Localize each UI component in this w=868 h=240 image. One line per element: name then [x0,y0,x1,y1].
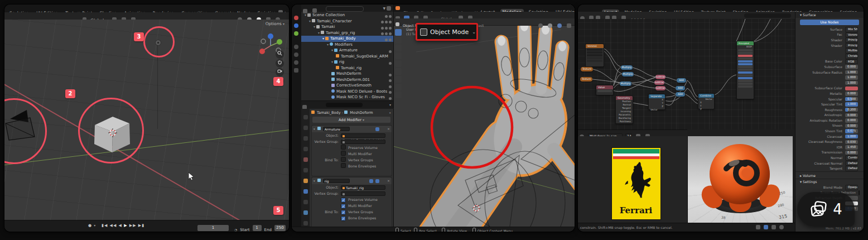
node-math-multiply[interactable]: Multiply [622,72,634,76]
anisotropic-rotation-field[interactable]: 0.000 [845,118,858,123]
transform-tool[interactable] [395,68,402,75]
node-texture-pill[interactable]: Texture [580,77,592,81]
move-tool[interactable] [395,45,402,51]
node-math-multiply[interactable]: Multiply [620,81,631,86]
preserve-volume-checkbox[interactable]: ✓ [341,198,346,203]
tree-row[interactable]: ▾Armature [301,47,393,54]
play-button[interactable]: ▶ [124,223,127,228]
jump-end-button[interactable]: ▶▮ [138,223,144,228]
subsurface-radius-z[interactable]: 1.000 [845,81,858,85]
shading-material-icon[interactable] [557,23,562,28]
tab-object-icon[interactable] [303,179,308,183]
render-toggle-icon[interactable] [382,127,385,131]
sheen-field[interactable]: 0.000 [845,124,858,128]
edit-mode-toggle-icon[interactable] [369,127,373,131]
current-frame-field[interactable]: 1 [197,225,229,231]
surface-section-header[interactable]: ▾ Surface [795,12,864,18]
node-principled-bsdf[interactable]: Principled BSDF BSDF [736,41,754,99]
render-toggle-icon[interactable] [382,179,385,183]
clearcoat-roughness-field[interactable]: 0.030 [845,140,858,145]
settings-section-header[interactable]: ▾ Settings [795,179,864,185]
outliner-search-input[interactable] [326,6,364,12]
base-color-dropdown[interactable]: RGB [845,59,858,65]
node-math-add[interactable]: Add [676,92,685,97]
distribution-dropdown[interactable]: Multiscatter GGX [845,48,858,54]
tab-particles-icon[interactable] [303,200,308,204]
outliner-options-icon[interactable] [387,6,391,11]
properties-search-input[interactable] [326,103,363,107]
tab-world-icon[interactable] [303,168,308,172]
tree-row[interactable]: Tamaki_SugoDekai_ARM [301,54,393,60]
blend-mode-dropdown[interactable]: Opaque [845,185,858,190]
zoom-tool-icon[interactable] [294,45,298,49]
tab-physics-icon[interactable] [303,210,308,215]
screenshot-count-overlay[interactable]: 4 [797,192,855,227]
node-geometry[interactable]: Geometry Position Normal Tangent Incomin… [615,95,633,124]
node-search-input[interactable] [744,13,791,18]
edit-mode-toggle-icon[interactable] [369,179,373,183]
roughness-field[interactable]: 0.200 [845,108,858,112]
options-dropdown[interactable]: Options ▾ [266,21,284,26]
tangent-dropdown[interactable]: Default [845,166,858,171]
tab-output-icon[interactable] [303,136,308,141]
ortho-toggle-icon[interactable] [294,68,298,73]
scale-tool[interactable] [395,60,402,67]
multi-modifier-checkbox[interactable]: ✓ [341,204,346,209]
hand-model-viewport[interactable] [394,18,575,227]
jump-start-button[interactable]: ▮◀ [102,223,108,228]
tab-scene-icon[interactable] [303,157,308,162]
start-frame-field[interactable]: 1 [253,225,262,231]
normal-dropdown[interactable]: Combine XYZ [845,155,858,161]
node-value[interactable]: Value [596,85,614,95]
cursor-tool[interactable] [395,37,402,44]
node-combine-xyz[interactable]: Combine XYZ Vector X Y Z [698,93,715,109]
blender-logo-icon[interactable] [396,6,400,10]
rig-vgroup-field[interactable] [341,191,385,196]
pan-hand-icon[interactable] [276,59,284,68]
clearcoat-field[interactable]: 1.000 [845,135,858,139]
add-modifier-button[interactable]: Add Modifier ▾ [312,117,390,123]
subsurface-field[interactable]: 0.000 [845,65,858,69]
close-icon[interactable]: × [387,179,390,183]
use-nodes-button[interactable]: Use Nodes [800,20,859,25]
camera-view-icon[interactable] [276,68,284,76]
clearcoat-normal-dropdown[interactable]: Default [845,161,858,166]
bone-envelopes-checkbox[interactable]: ✓ [341,216,346,221]
vertex-groups-checkbox[interactable] [341,157,346,162]
measure-tool[interactable] [395,84,402,90]
tree-row[interactable]: Mask NICO Deluxe - Boots [301,89,393,95]
prev-key-button[interactable]: ◀◀ [110,223,117,228]
volume-section-header[interactable]: ▸ Volume [795,171,864,179]
shader2-dropdown[interactable]: Principled BSDF [845,43,858,49]
ssr-checkbox[interactable] [859,190,860,195]
tree-row[interactable]: ▾Tamaki [301,24,393,30]
annotate-tool[interactable] [395,76,402,83]
close-icon[interactable]: × [387,127,390,131]
armature-object-field[interactable]: Tamaki_SugoDekai_ARM [341,133,385,138]
select-box-tool[interactable] [395,29,402,36]
sss-method-dropdown[interactable]: Christensen-Burley [845,54,858,59]
vertex-groups-checkbox[interactable]: ✓ [341,210,346,215]
overlay-icon[interactable] [567,23,571,28]
tree-row[interactable]: ▾rig [301,59,393,65]
pin-icon[interactable]: ⌖ [389,111,391,115]
play-back-button[interactable]: ◀ [119,223,122,228]
tree-row[interactable]: ▾Scene Collection [301,12,393,18]
node-math-add[interactable]: Add [677,78,686,83]
image-editor[interactable]: Ferrari [578,136,687,223]
tab-tool-icon[interactable] [303,115,308,119]
tab-viewlayer-icon[interactable] [303,147,308,151]
rig-object-field[interactable]: Tamaki_rig [341,185,385,190]
zoom-tool-icon[interactable] [276,50,284,59]
transmission-field[interactable]: 0.000 [845,151,858,155]
node-math-subtract[interactable]: Subtract [655,75,666,79]
tree-row[interactable]: MeshDeform [301,71,393,77]
specular-field[interactable]: 0.500 [845,97,858,102]
ior-field[interactable]: 1.450 [845,145,858,150]
specular-tint-field[interactable]: 1.000 [845,102,858,107]
modifier-name-field[interactable]: rig [323,179,350,183]
node-texture-pill[interactable]: Texture [581,67,593,71]
metallic-field[interactable]: 0.000 [845,92,858,96]
subsurface-color-swatch[interactable] [845,87,858,91]
subsurface-radius-x[interactable]: 1.000 [845,70,858,75]
